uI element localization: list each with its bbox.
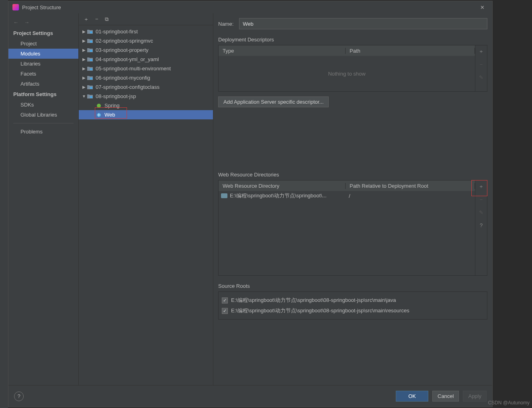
remove-icon[interactable]: −: [477, 195, 486, 204]
help-icon[interactable]: ?: [14, 392, 24, 401]
tree-node[interactable]: ▶02-springboot-springmvc: [79, 36, 213, 45]
module-tree[interactable]: ▶01-springboot-first ▶02-springboot-spri…: [79, 25, 213, 385]
back-icon[interactable]: ←: [13, 19, 18, 25]
expand-icon[interactable]: ▶: [81, 57, 87, 62]
module-icon: [87, 38, 93, 44]
module-icon: [87, 66, 93, 72]
add-descriptor-button[interactable]: Add Application Server specific descript…: [218, 96, 329, 107]
name-input[interactable]: [239, 18, 487, 29]
add-descriptor-label: Add Application Server specific descript…: [223, 99, 323, 105]
sidebar-divider: [13, 123, 74, 123]
source-roots-label: Source Roots: [218, 283, 487, 289]
module-icon: [87, 47, 93, 53]
tree-toolbar: ＋ − ⧉: [79, 13, 213, 25]
spring-icon: [96, 103, 102, 109]
svg-rect-1: [90, 41, 92, 43]
add-icon[interactable]: ＋: [477, 47, 486, 56]
settings-sidebar: ← → Project Settings Project Modules Lib…: [8, 13, 79, 385]
watermark: CSDN @Autunomy: [488, 400, 530, 406]
add-icon[interactable]: ＋: [477, 182, 486, 191]
remove-icon[interactable]: −: [477, 60, 486, 69]
apply-button[interactable]: Apply: [463, 391, 487, 402]
wrd-rel: /: [349, 193, 350, 199]
folder-icon: [221, 193, 227, 198]
sidebar-item-modules[interactable]: Modules: [8, 49, 78, 59]
wrd-table: Web Resource Directory Path Relative to …: [219, 180, 475, 275]
svg-rect-5: [90, 78, 92, 80]
add-icon[interactable]: ＋: [84, 16, 89, 23]
col-wrd: Web Resource Directory: [219, 183, 346, 189]
remove-icon[interactable]: −: [95, 16, 98, 22]
tree-label: 08-springboot-jsp: [96, 93, 136, 99]
web-icon: [96, 112, 102, 118]
expand-icon[interactable]: ▶: [81, 48, 87, 52]
sidebar-item-sdks[interactable]: SDKs: [8, 100, 78, 110]
tree-label: 03-springboot-property: [96, 47, 149, 53]
sidebar-item-problems[interactable]: Problems: [8, 127, 78, 137]
tree-node[interactable]: ▶06-springboot-myconfig: [79, 73, 213, 82]
wrd-row[interactable]: E:\编程\springboot\动力节点\springboot\... /: [219, 191, 475, 201]
detail-panel: Name: Deployment Descriptors Type Path N…: [213, 13, 492, 385]
tree-leaf-web[interactable]: Web: [79, 110, 213, 119]
tree-leaf-spring[interactable]: Spring: [79, 101, 213, 110]
expand-icon[interactable]: ▶: [81, 39, 87, 43]
tree-node[interactable]: ▶03-springboot-property: [79, 45, 213, 55]
dialog-body: ← → Project Settings Project Modules Lib…: [8, 13, 492, 385]
edit-icon[interactable]: ✎: [477, 208, 486, 217]
module-icon: [87, 57, 93, 62]
nav-arrows: ← →: [8, 16, 78, 28]
dialog-footer: ? OK Cancel Apply: [8, 385, 492, 407]
tree-node[interactable]: ▶07-springboot-configtoclass: [79, 82, 213, 92]
module-icon: [87, 29, 93, 35]
deployment-table-wrap: Type Path Nothing to show ＋ − ✎: [218, 45, 487, 92]
expand-icon[interactable]: ▶: [81, 66, 87, 71]
checkbox-icon[interactable]: ✓: [222, 308, 228, 314]
expand-icon[interactable]: ▶: [81, 76, 87, 80]
sidebar-item-global-libraries[interactable]: Global Libraries: [8, 110, 78, 120]
source-root-row[interactable]: ✓ E:\编程\springboot\动力节点\springboot\08-sp…: [222, 295, 484, 305]
background-strip: [0, 0, 8, 408]
svg-rect-3: [90, 59, 92, 61]
deployment-descriptors-label: Deployment Descriptors: [218, 37, 487, 43]
svg-point-8: [97, 104, 101, 108]
sidebar-item-libraries[interactable]: Libraries: [8, 59, 78, 69]
project-settings-heading: Project Settings: [8, 28, 78, 39]
intellij-icon: [12, 4, 19, 10]
wrd-table-head: Web Resource Directory Path Relative to …: [219, 180, 475, 191]
collapse-icon[interactable]: ▼: [81, 94, 87, 98]
col-rel: Path Relative to Deployment Root: [346, 183, 475, 189]
wrd-table-wrap: Web Resource Directory Path Relative to …: [218, 180, 487, 276]
tree-label: 06-springboot-myconfig: [96, 75, 150, 81]
sidebar-item-project[interactable]: Project: [8, 39, 78, 49]
col-type: Type: [219, 48, 346, 54]
svg-rect-7: [90, 96, 92, 98]
platform-settings-heading: Platform Settings: [8, 89, 78, 100]
tree-node-expanded[interactable]: ▼<عناية">08-springboot-jsp: [79, 92, 213, 101]
expand-icon[interactable]: ▶: [81, 29, 87, 34]
expand-icon[interactable]: ▶: [81, 85, 87, 89]
tree-label: Spring: [104, 103, 120, 109]
close-icon[interactable]: ✕: [476, 4, 488, 10]
edit-icon[interactable]: ✎: [477, 73, 486, 82]
forward-icon[interactable]: →: [24, 19, 29, 25]
svg-rect-4: [90, 68, 92, 70]
checkbox-icon[interactable]: ✓: [222, 297, 228, 303]
tree-node[interactable]: ▶01-springboot-first: [79, 27, 213, 36]
name-label: Name:: [218, 21, 233, 27]
svg-rect-0: [90, 31, 92, 33]
tree-node[interactable]: ▶04-springboot-yml_or_yaml: [79, 55, 213, 64]
source-root-path: E:\编程\springboot\动力节点\springboot\08-spri…: [231, 307, 409, 314]
tree-node[interactable]: ▶05-springboot-multi-environment: [79, 64, 213, 73]
source-roots-section: Source Roots ✓ E:\编程\springboot\动力节点\spr…: [218, 283, 487, 320]
sidebar-item-artifacts[interactable]: Artifacts: [8, 79, 78, 89]
module-tree-panel: ＋ − ⧉ ▶01-springboot-first ▶02-springboo…: [79, 13, 213, 385]
sidebar-item-facets[interactable]: Facets: [8, 69, 78, 79]
tree-label: 05-springboot-multi-environment: [96, 66, 171, 72]
tree-label: 04-springboot-yml_or_yaml: [96, 56, 159, 62]
ok-button[interactable]: OK: [396, 391, 428, 402]
copy-icon[interactable]: ⧉: [105, 16, 108, 23]
source-root-row[interactable]: ✓ E:\编程\springboot\动力节点\springboot\08-sp…: [222, 305, 484, 316]
help-icon[interactable]: ?: [477, 221, 486, 230]
cancel-button[interactable]: Cancel: [432, 391, 459, 402]
name-row: Name:: [218, 18, 487, 29]
